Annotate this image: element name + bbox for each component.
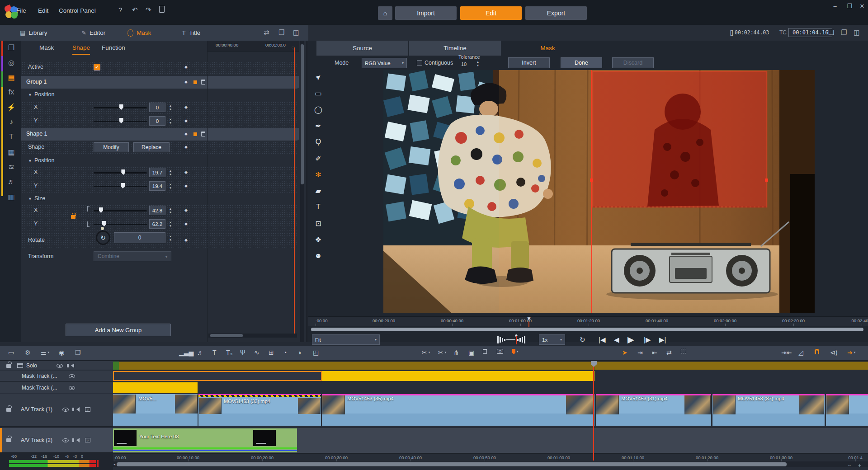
mask-track1-row[interactable] [113,371,868,381]
text-tool-icon[interactable]: T [312,201,325,213]
menu-item-edit[interactable]: Edit [38,7,48,14]
active-checkbox[interactable]: ✓ [94,64,100,70]
time-remap-icon[interactable]: ◔ [283,349,287,356]
media-bin-icon[interactable]: ❒ [6,43,17,52]
export-window-icon[interactable]: ❐ [75,349,81,356]
size-x-value[interactable]: 42.8 [149,206,165,215]
select-tool-icon[interactable]: ➤ [312,70,325,83]
tab-library[interactable]: ▤ Library [20,25,47,41]
eye-icon[interactable] [57,364,63,368]
lock-icon[interactable] [6,438,11,442]
timeline-scroll-handle[interactable] [117,462,787,466]
delete-shape-icon[interactable] [201,132,205,136]
panel-tab-shape[interactable]: Shape [72,44,90,55]
audio-scrub-icon[interactable]: ⊲) [830,349,837,356]
range-select-icon[interactable] [681,349,686,353]
collapse-icon[interactable]: ▼ [28,197,32,201]
track-list-icon[interactable] [17,363,23,368]
split-view-icon[interactable]: ◫ [293,28,299,37]
keyframe-diamond[interactable]: ◆ [184,221,188,226]
keyframe-diamond[interactable]: ◆ [184,118,188,123]
keyframe-ruler[interactable]: 00:00:40.00 00:01:00.0 [208,41,299,52]
lasso-tool-icon[interactable]: Ϙ [312,136,325,148]
delete-clip-icon[interactable] [483,349,487,354]
menu-item-file[interactable]: File [16,7,26,14]
close-button[interactable]: ✕ [856,3,868,9]
video-clip[interactable]: MOV51453 (35).mp4 [322,394,594,426]
lock-icon[interactable] [6,364,11,368]
rotate-value[interactable]: 0 [114,232,165,243]
preview-scroll-handle[interactable] [311,328,863,331]
piano-keys-icon[interactable]: ▥ [6,193,17,201]
titles-icon[interactable]: T [6,133,17,141]
video-clip[interactable]: MOV51453 (31).mp4 [596,394,711,426]
video-clip[interactable]: MOV5... [113,394,198,426]
select-mode-icon[interactable]: ➤ [622,349,627,356]
keyframe-diamond[interactable]: ◆ [184,105,188,109]
panel-tab-function[interactable]: Function [102,44,125,51]
preview-tab-mask[interactable]: Mask [502,41,594,56]
voiceover-mic-icon[interactable]: Ψ [240,349,245,356]
rectangle-tool-icon[interactable]: ▭ [312,87,325,99]
next-frame-icon[interactable]: |▶ [644,336,651,344]
size-y-value[interactable]: 62.2 [149,219,165,229]
panel-vscrollbar[interactable] [300,41,304,342]
split-all-tracks-icon[interactable]: ✂▾ [438,349,446,356]
panel-vscroll-handle[interactable] [301,44,304,184]
tab-title[interactable]: T Title [182,25,200,41]
eye-icon[interactable] [62,408,69,412]
collections-icon[interactable]: ▤ [6,73,17,82]
size-y-slider[interactable] [94,224,147,225]
timeline-settings-icon[interactable]: ⚙ [25,349,31,356]
effects-icon[interactable]: fx [6,88,17,96]
help-icon[interactable]: ? [118,6,122,14]
modify-button[interactable]: Modify [94,142,129,152]
film-reel-icon[interactable]: ◎ [6,58,17,67]
group-x-slider[interactable] [94,107,147,108]
video-canvas[interactable] [383,70,815,313]
add-marker-icon[interactable]: ▾ [512,349,519,354]
eye-icon[interactable] [69,374,75,378]
trim-in-icon[interactable]: ⇥ [637,349,643,356]
score-icon[interactable]: ♬ [197,349,203,356]
redo-icon[interactable]: ↷ [146,6,151,14]
tolerance-stepper[interactable]: ▲▼ [475,59,481,68]
play-icon[interactable]: ▶ [627,334,634,345]
audio-score-icon[interactable]: ♬ [6,178,17,186]
transitions-icon[interactable]: ⚡ [6,103,17,112]
fade-icon[interactable]: ◑ [297,349,301,356]
mask-clip[interactable] [322,371,594,381]
marker-menu-icon[interactable]: ⚌▾ [41,349,49,356]
group-x-stepper[interactable]: ▲▼ [167,103,174,112]
kf-hscrollbar[interactable] [208,334,297,338]
layers-icon[interactable]: ≋ [6,163,17,171]
contiguous-checkbox[interactable] [417,60,422,66]
overlays-icon[interactable]: ▦ [6,148,17,156]
loop-icon[interactable]: ↻ [580,336,585,344]
speaker-icon[interactable] [69,363,74,368]
timeline-zoom-in-icon[interactable]: + [858,462,861,469]
keyframe-box-icon[interactable]: ○ [85,407,90,412]
project-notes-icon[interactable] [159,6,165,13]
shape-y-value[interactable]: 19.4 [149,181,165,191]
mode-dropdown[interactable]: RGB Value▾ [362,58,407,68]
magic-wand-tool-icon[interactable]: ✻ [312,168,325,181]
shape-y-stepper[interactable]: ▲▼ [167,181,174,191]
track-header-mask2[interactable]: Mask Track (... [0,382,113,393]
export-frame-icon[interactable]: ⊡ [312,217,325,230]
scroll-left-arrow[interactable]: ◂ [113,462,115,466]
size-x-stepper[interactable]: ▲▼ [167,206,174,215]
group-y-slider[interactable] [94,121,147,122]
title-editor-icon[interactable]: T [212,349,217,356]
track-header-mask1[interactable]: Mask Track (... [0,371,113,381]
roll-edit-icon[interactable]: ⇄ [666,349,672,356]
pen-tool-icon[interactable]: ✒ [312,119,325,132]
video-clip[interactable]: MOV51453 (37).mp4 [712,394,825,426]
av-track2-row[interactable]: Your Text Here 03 [113,428,868,453]
track-header-solo[interactable]: Solo [0,361,113,370]
keyframe-diamond[interactable]: ◆ [184,132,188,136]
shapes-tool-icon[interactable]: ❖ [312,233,325,246]
video-clip[interactable]: MOV51453 (33).mp4 [198,394,321,426]
solo-track-row[interactable] [113,361,868,370]
mask-clip-selected[interactable] [113,371,322,381]
